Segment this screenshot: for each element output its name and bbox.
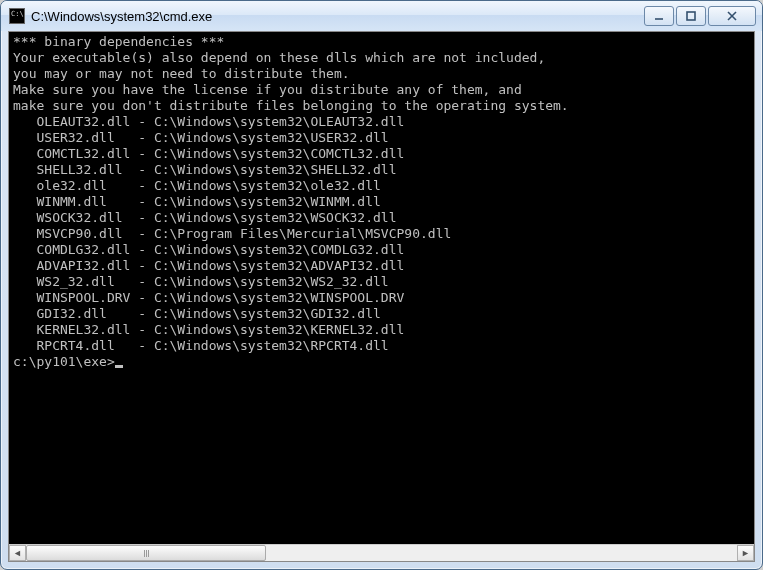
prompt-line[interactable]: c:\py101\exe> bbox=[13, 354, 750, 370]
window-title: C:\Windows\system32\cmd.exe bbox=[31, 9, 642, 24]
cmd-icon bbox=[9, 8, 25, 24]
horizontal-scrollbar[interactable]: ◄ ► bbox=[9, 544, 754, 561]
console-line: OLEAUT32.dll - C:\Windows\system32\OLEAU… bbox=[13, 114, 750, 130]
console-line: Your executable(s) also depend on these … bbox=[13, 50, 750, 66]
console-line: WINMM.dll - C:\Windows\system32\WINMM.dl… bbox=[13, 194, 750, 210]
console-line: KERNEL32.dll - C:\Windows\system32\KERNE… bbox=[13, 322, 750, 338]
console-line: GDI32.dll - C:\Windows\system32\GDI32.dl… bbox=[13, 306, 750, 322]
console-line: USER32.dll - C:\Windows\system32\USER32.… bbox=[13, 130, 750, 146]
window: C:\Windows\system32\cmd.exe *** binary d… bbox=[0, 0, 763, 570]
scroll-thumb[interactable] bbox=[26, 545, 266, 561]
console-output[interactable]: *** binary dependencies ***Your executab… bbox=[9, 32, 754, 544]
console-line: you may or may not need to distribute th… bbox=[13, 66, 750, 82]
minimize-button[interactable] bbox=[644, 6, 674, 26]
client-area: *** binary dependencies ***Your executab… bbox=[8, 31, 755, 562]
titlebar[interactable]: C:\Windows\system32\cmd.exe bbox=[1, 1, 762, 31]
console-line: WSOCK32.dll - C:\Windows\system32\WSOCK3… bbox=[13, 210, 750, 226]
console-line: RPCRT4.dll - C:\Windows\system32\RPCRT4.… bbox=[13, 338, 750, 354]
console-line: SHELL32.dll - C:\Windows\system32\SHELL3… bbox=[13, 162, 750, 178]
console-line: WINSPOOL.DRV - C:\Windows\system32\WINSP… bbox=[13, 290, 750, 306]
window-buttons bbox=[642, 6, 756, 26]
console-line: *** binary dependencies *** bbox=[13, 34, 750, 50]
maximize-button[interactable] bbox=[676, 6, 706, 26]
console-line: Make sure you have the license if you di… bbox=[13, 82, 750, 98]
scroll-track[interactable] bbox=[26, 545, 737, 561]
console-line: make sure you don't distribute files bel… bbox=[13, 98, 750, 114]
console-line: MSVCP90.dll - C:\Program Files\Mercurial… bbox=[13, 226, 750, 242]
close-button[interactable] bbox=[708, 6, 756, 26]
scroll-left-arrow[interactable]: ◄ bbox=[9, 545, 26, 561]
console-line: ole32.dll - C:\Windows\system32\ole32.dl… bbox=[13, 178, 750, 194]
svg-rect-1 bbox=[687, 12, 695, 20]
console-line: ADVAPI32.dll - C:\Windows\system32\ADVAP… bbox=[13, 258, 750, 274]
cursor bbox=[115, 365, 123, 368]
scroll-right-arrow[interactable]: ► bbox=[737, 545, 754, 561]
console-line: COMDLG32.dll - C:\Windows\system32\COMDL… bbox=[13, 242, 750, 258]
console-line: COMCTL32.dll - C:\Windows\system32\COMCT… bbox=[13, 146, 750, 162]
console-line: WS2_32.dll - C:\Windows\system32\WS2_32.… bbox=[13, 274, 750, 290]
